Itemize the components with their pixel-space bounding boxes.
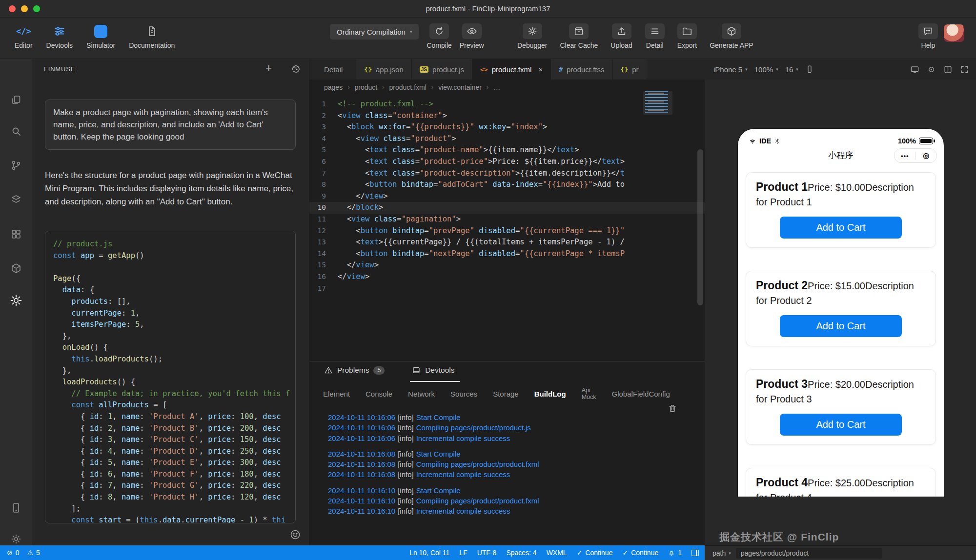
path-select[interactable]: path ▾: [712, 549, 731, 557]
debugger-button[interactable]: Debugger: [517, 23, 548, 49]
code-line[interactable]: 16</view>: [309, 271, 705, 283]
devtools-subtab-element[interactable]: Element: [323, 390, 350, 398]
code-line[interactable]: },: [53, 331, 287, 342]
code-line[interactable]: { id: 3, name: 'Product C', price: 150, …: [53, 434, 287, 446]
layout-toggle-icon[interactable]: [691, 550, 699, 556]
simulator-button[interactable]: Simulator: [86, 23, 115, 49]
code-line[interactable]: 6 <text class="product-price">Price: ${{…: [309, 156, 705, 168]
finmuse-icon[interactable]: [9, 294, 23, 307]
notifications-indicator[interactable]: 1: [668, 549, 682, 557]
tab-product-js[interactable]: JS product.js: [412, 59, 472, 80]
detail-button[interactable]: Detail: [645, 23, 665, 49]
detail-tab[interactable]: Detail: [309, 59, 356, 80]
code-line[interactable]: 3 <block wx:for="{{products}}" wx:key="i…: [309, 121, 705, 133]
code-line[interactable]: // product.js: [53, 239, 287, 250]
code-line[interactable]: { id: 4, name: 'Product D', price: 250, …: [53, 446, 287, 458]
font-size-select[interactable]: 16 ▾: [785, 65, 798, 74]
scrollbar-thumb[interactable]: [697, 149, 703, 305]
layers-icon[interactable]: [9, 193, 23, 206]
package-icon[interactable]: [9, 261, 23, 275]
tab-app-json[interactable]: {} app.json: [356, 59, 411, 80]
warnings-indicator[interactable]: ⚠ 5: [27, 549, 40, 557]
add-to-cart-button[interactable]: Add to Cart: [780, 414, 902, 436]
compilation-mode-select[interactable]: Ordinary Compilation ▾: [330, 24, 419, 40]
devtools-subtab-api-mock[interactable]: Api Mock: [582, 387, 596, 400]
zoom-window-button[interactable]: [33, 5, 40, 12]
language-mode[interactable]: WXML: [547, 549, 567, 557]
tab-partial[interactable]: {} pr: [613, 59, 647, 80]
code-line[interactable]: 10 </block>: [309, 202, 705, 214]
devtools-subtab-storage[interactable]: Storage: [493, 390, 519, 398]
continue-indicator-2[interactable]: ✓ Continue: [622, 549, 658, 557]
code-line[interactable]: 7 <text class="product-description">{{it…: [309, 168, 705, 180]
device-select[interactable]: iPhone 5 ▾: [713, 65, 748, 74]
code-line[interactable]: ];: [53, 503, 287, 515]
code-line[interactable]: { id: 5, name: 'Product E', price: 300, …: [53, 457, 287, 469]
code-line[interactable]: const allProducts = [: [53, 400, 287, 411]
cursor-position[interactable]: Ln 10, Col 11: [409, 549, 449, 557]
code-line[interactable]: { id: 2, name: 'Product B', price: 200, …: [53, 423, 287, 435]
code-line[interactable]: 12 <button bindtap="prevPage" disabled="…: [309, 225, 705, 237]
capsule-close-button[interactable]: ◎: [916, 149, 937, 162]
code-line[interactable]: 15 </view>: [309, 260, 705, 271]
new-chat-button[interactable]: +: [265, 62, 272, 75]
documentation-button[interactable]: Documentation: [129, 23, 175, 49]
settings-icon[interactable]: [9, 532, 23, 546]
problems-tab[interactable]: Problems 5: [324, 366, 385, 375]
code-line[interactable]: { id: 1, name: 'Product A', price: 100, …: [53, 411, 287, 423]
encoding-indicator[interactable]: UTF-8: [477, 549, 497, 557]
expand-button[interactable]: [960, 65, 969, 74]
zoom-select[interactable]: 100% ▾: [754, 65, 778, 74]
upload-button[interactable]: Upload: [610, 23, 632, 49]
code-line[interactable]: 4 <view class="product">: [309, 133, 705, 145]
apps-grid-icon[interactable]: [9, 227, 23, 241]
minimap[interactable]: [643, 91, 672, 115]
build-log-output[interactable]: 2024-10-11 10:16:06[info]Start Compile20…: [328, 412, 539, 522]
add-to-cart-button[interactable]: Add to Cart: [780, 217, 902, 239]
help-button[interactable]: Help: [918, 23, 938, 49]
code-line[interactable]: 9 </view>: [309, 191, 705, 202]
capsule-more-button[interactable]: •••: [895, 149, 915, 162]
display-button[interactable]: [910, 65, 919, 74]
indentation-indicator[interactable]: Spaces: 4: [506, 549, 536, 557]
assistant-code-block[interactable]: // product.jsconst app = getApp() Page({…: [45, 231, 296, 523]
locate-button[interactable]: [927, 65, 936, 74]
feedback-button[interactable]: [289, 529, 301, 540]
breadcrumb-item[interactable]: product: [355, 83, 378, 91]
panels-button[interactable]: [943, 65, 953, 74]
close-tab-icon[interactable]: ×: [538, 65, 543, 74]
code-line[interactable]: const app = getApp(): [53, 250, 287, 262]
devtools-button[interactable]: Devtools: [46, 23, 73, 49]
breadcrumb-item[interactable]: …: [493, 83, 500, 91]
code-line[interactable]: 5 <text class="product-name">{{item.name…: [309, 144, 705, 156]
code-line[interactable]: 13 <text>{{currentPage}} / {{(totalItems…: [309, 237, 705, 248]
code-line[interactable]: products: [],: [53, 296, 287, 308]
code-line[interactable]: },: [53, 365, 287, 377]
export-button[interactable]: Export: [677, 23, 697, 49]
rotate-device-button[interactable]: [805, 65, 814, 74]
code-line[interactable]: currentPage: 1,: [53, 308, 287, 320]
search-icon[interactable]: [9, 124, 23, 138]
git-branch-icon[interactable]: [9, 159, 23, 172]
code-line[interactable]: // Example data; in practice, you'd fetc…: [53, 388, 287, 400]
code-line[interactable]: { id: 8, name: 'Product H', price: 120, …: [53, 492, 287, 503]
devtools-subtab-console[interactable]: Console: [366, 390, 392, 398]
code-line[interactable]: 17: [309, 283, 705, 295]
page-path-value[interactable]: pages/product/product: [736, 548, 882, 559]
code-line[interactable]: onLoad() {: [53, 342, 287, 354]
generate-app-button[interactable]: Generate APP: [710, 23, 753, 49]
continue-indicator-1[interactable]: ✓ Continue: [577, 549, 613, 557]
code-line[interactable]: const start = (this.data.currentPage - 1…: [53, 515, 287, 523]
editor-button[interactable]: </> Editor: [15, 23, 33, 49]
device-icon[interactable]: [9, 501, 23, 515]
code-line[interactable]: 8 <button bindtap="addToCart" data-index…: [309, 179, 705, 191]
minimize-window-button[interactable]: [21, 5, 28, 12]
compile-button[interactable]: Compile: [427, 23, 451, 49]
code-line[interactable]: 14 <button bindtap="nextPage" disabled="…: [309, 248, 705, 260]
breadcrumb-item[interactable]: view.container: [438, 83, 482, 91]
tab-product-ftss[interactable]: # product.ftss: [551, 59, 612, 80]
add-to-cart-button[interactable]: Add to Cart: [780, 315, 902, 337]
code-line[interactable]: Page({: [53, 273, 287, 285]
code-line[interactable]: { id: 6, name: 'Product F', price: 180, …: [53, 469, 287, 480]
files-icon[interactable]: [9, 93, 23, 107]
